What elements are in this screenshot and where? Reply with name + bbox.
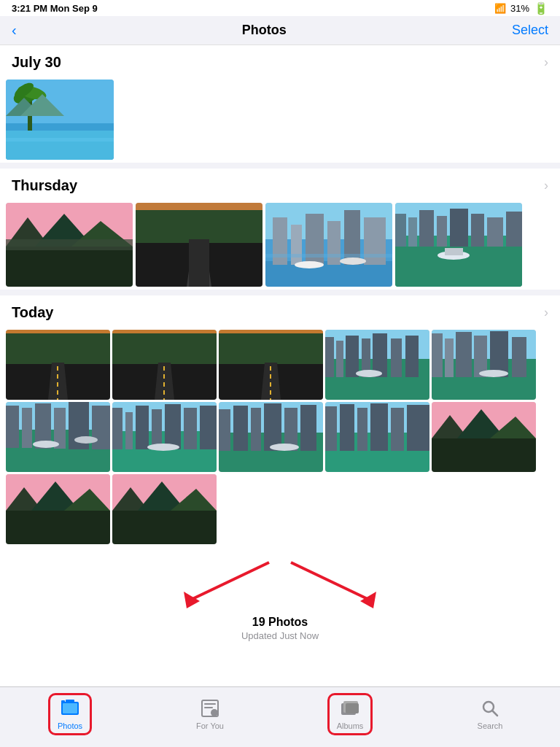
svg-rect-94 bbox=[125, 412, 133, 449]
photo-thumb[interactable] bbox=[112, 330, 217, 400]
albums-icon bbox=[340, 698, 360, 719]
svg-rect-124 bbox=[6, 511, 110, 544]
svg-rect-28 bbox=[327, 221, 341, 265]
svg-rect-74 bbox=[432, 333, 443, 377]
svg-rect-21 bbox=[189, 239, 209, 287]
svg-rect-129 bbox=[112, 511, 217, 544]
svg-rect-11 bbox=[6, 247, 133, 287]
svg-line-149 bbox=[492, 711, 497, 716]
tab-photos[interactable]: Photos bbox=[0, 693, 140, 735]
svg-rect-30 bbox=[364, 217, 386, 265]
photos-content: July 30 › Thu bbox=[0, 45, 560, 747]
svg-rect-106 bbox=[264, 403, 281, 451]
battery-icon: 🔋 bbox=[534, 1, 548, 15]
tab-search-label: Search bbox=[478, 721, 503, 730]
section-header-today: Today › bbox=[0, 295, 560, 327]
chevron-icon-july30[interactable]: › bbox=[544, 55, 548, 70]
svg-rect-69 bbox=[391, 338, 402, 377]
svg-rect-15 bbox=[6, 239, 133, 250]
svg-point-71 bbox=[356, 370, 382, 377]
svg-rect-119 bbox=[432, 438, 536, 472]
svg-point-109 bbox=[270, 444, 299, 451]
section-header-thursday: Thursday › bbox=[0, 169, 560, 200]
status-indicators: 📶 31% 🔋 bbox=[494, 1, 548, 15]
tab-albums[interactable]: Albums bbox=[280, 693, 420, 735]
svg-marker-136 bbox=[360, 592, 376, 608]
status-bar: 3:21 PM Mon Sep 9 📶 31% 🔋 bbox=[0, 0, 560, 16]
svg-rect-104 bbox=[233, 406, 248, 451]
photo-grid-today bbox=[0, 327, 560, 547]
photo-thumb[interactable] bbox=[219, 330, 323, 400]
svg-rect-8 bbox=[6, 131, 114, 160]
svg-point-90 bbox=[74, 436, 98, 444]
tab-foryou-label: For You bbox=[196, 721, 224, 730]
svg-rect-83 bbox=[6, 406, 19, 448]
svg-rect-25 bbox=[273, 217, 287, 265]
svg-rect-75 bbox=[445, 338, 454, 377]
svg-rect-142 bbox=[204, 703, 216, 705]
svg-rect-138 bbox=[63, 703, 77, 713]
svg-rect-24 bbox=[265, 261, 392, 287]
photo-thumb[interactable] bbox=[395, 203, 522, 287]
photo-thumb[interactable] bbox=[6, 330, 110, 400]
svg-rect-93 bbox=[112, 408, 122, 449]
svg-rect-116 bbox=[391, 408, 404, 451]
svg-rect-26 bbox=[291, 225, 302, 265]
battery-indicator: 31% bbox=[510, 3, 529, 14]
back-button[interactable]: ‹ bbox=[12, 22, 17, 39]
wifi-icon: 📶 bbox=[494, 3, 506, 14]
svg-rect-18 bbox=[136, 210, 262, 243]
photo-thumb[interactable] bbox=[432, 330, 536, 400]
photo-thumb[interactable] bbox=[219, 402, 323, 472]
svg-rect-96 bbox=[152, 409, 162, 449]
svg-point-80 bbox=[479, 370, 508, 377]
svg-rect-147 bbox=[346, 703, 359, 713]
nav-title: Photos bbox=[242, 23, 287, 38]
svg-point-144 bbox=[211, 709, 218, 716]
nav-bar: ‹ Photos Select bbox=[0, 16, 560, 45]
photo-updated: Updated Just Now bbox=[12, 630, 548, 641]
photo-thumb[interactable] bbox=[325, 402, 429, 472]
search-icon bbox=[480, 698, 500, 719]
photo-thumb[interactable] bbox=[6, 474, 110, 544]
tab-bar: Photos For You Albums Search bbox=[0, 686, 560, 747]
svg-rect-59 bbox=[219, 333, 323, 364]
svg-point-89 bbox=[33, 441, 59, 448]
svg-rect-108 bbox=[300, 405, 316, 451]
svg-rect-112 bbox=[325, 406, 337, 451]
photo-thumb[interactable] bbox=[325, 330, 429, 400]
svg-rect-98 bbox=[184, 408, 197, 449]
photo-thumb[interactable] bbox=[112, 474, 217, 544]
svg-point-32 bbox=[295, 261, 324, 268]
tab-foryou[interactable]: For You bbox=[140, 698, 280, 730]
photo-grid-july30 bbox=[0, 77, 560, 163]
svg-rect-143 bbox=[204, 707, 213, 708]
photo-thumb[interactable] bbox=[6, 203, 133, 287]
svg-rect-105 bbox=[251, 408, 261, 451]
photo-stats: 19 Photos Updated Just Now bbox=[0, 547, 560, 653]
tab-search[interactable]: Search bbox=[420, 698, 560, 730]
photo-thumb[interactable] bbox=[6, 80, 114, 160]
photo-thumb[interactable] bbox=[432, 402, 536, 472]
chevron-icon-today[interactable]: › bbox=[544, 305, 548, 320]
svg-rect-103 bbox=[219, 409, 230, 451]
svg-rect-140 bbox=[66, 700, 74, 703]
section-header-july30: July 30 › bbox=[0, 45, 560, 77]
select-button[interactable]: Select bbox=[512, 23, 548, 38]
photo-grid-thursday bbox=[0, 200, 560, 290]
photo-thumb[interactable] bbox=[265, 203, 392, 287]
svg-point-33 bbox=[340, 258, 366, 265]
svg-rect-95 bbox=[136, 406, 149, 449]
section-title-july30: July 30 bbox=[12, 54, 61, 71]
svg-rect-79 bbox=[512, 337, 526, 377]
photo-thumb[interactable] bbox=[136, 203, 262, 287]
svg-line-133 bbox=[192, 562, 269, 599]
photo-thumb[interactable] bbox=[112, 402, 217, 472]
chevron-icon-thursday[interactable]: › bbox=[544, 178, 548, 193]
section-title-thursday: Thursday bbox=[12, 177, 77, 194]
foryou-icon bbox=[200, 698, 220, 719]
svg-rect-46 bbox=[445, 248, 463, 255]
photo-thumb[interactable] bbox=[6, 402, 110, 472]
svg-rect-31 bbox=[265, 254, 392, 258]
svg-rect-99 bbox=[200, 406, 217, 449]
